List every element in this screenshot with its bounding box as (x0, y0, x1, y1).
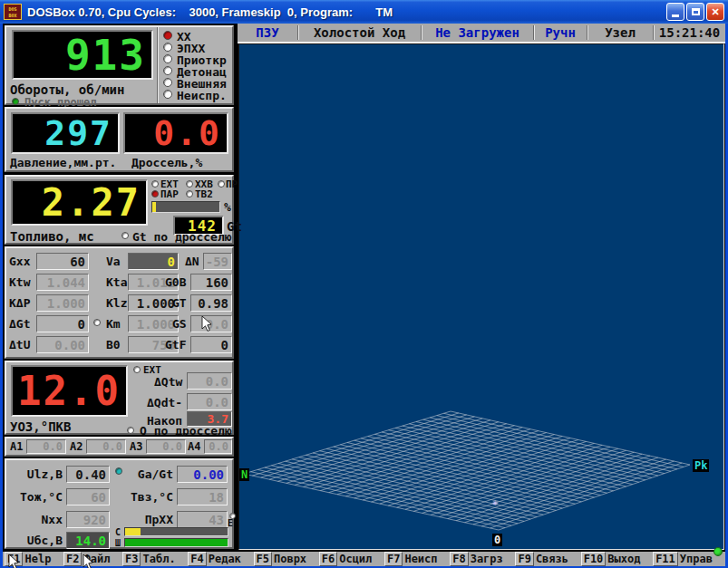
fuel-percent-label: % (224, 200, 231, 214)
param-label-gt: GT (172, 296, 187, 310)
mesh-cursor-marker: ✳ (492, 497, 498, 507)
dosbox-icon: DOSBOX (4, 4, 22, 20)
uoz-display: 12.0 (11, 365, 128, 417)
uoz-label: УОЗ,°ПКВ (10, 419, 71, 434)
tvz-field[interactable]: 18 (177, 488, 228, 505)
fuel-radio-tv2[interactable] (186, 190, 193, 197)
dqdt-label: ΔQdt- (147, 396, 182, 409)
fuel-radio-pr[interactable] (218, 180, 225, 188)
axis-label-n: N (239, 468, 249, 481)
minimize-button[interactable] (666, 3, 684, 21)
rpm-display: 913 (12, 30, 153, 80)
gagt-field[interactable]: 0.00 (177, 466, 228, 483)
title-bar[interactable]: DOSBOX DOSBox 0.70, Cpu Cycles: 3000, Fr… (0, 0, 728, 24)
dqtw-field[interactable]: 0.0 (187, 372, 232, 390)
clock: 15:21:40 (654, 25, 725, 40)
param-field-dgt[interactable]: 0 (36, 315, 89, 332)
fkey-f5[interactable]: F5Поврх (254, 552, 307, 566)
ulz-led (115, 467, 122, 475)
fkey-f10[interactable]: F10Выход (581, 552, 641, 566)
a3-field[interactable]: 0.0 (146, 439, 186, 454)
fkey-f6[interactable]: F6Осцил (319, 552, 373, 566)
fuel-panel: 2.27 ЕХТ ХХВ ПР ПАР ТВ2 % 142 Gt Топливо… (5, 175, 234, 245)
prxx-label: ПрХХ (128, 513, 173, 526)
ubs-field[interactable]: 14.0 (66, 532, 110, 549)
mode-radio-epxx[interactable] (163, 43, 172, 52)
param-field-klz[interactable]: 1.000 (128, 294, 179, 312)
param-field-dtu[interactable]: 0.00 (36, 336, 89, 353)
mode-radio-neispr[interactable] (163, 90, 172, 99)
param-field-g0b[interactable]: 160 (190, 274, 232, 291)
fuel-label: Топливо, мс (10, 229, 94, 244)
param-field-gtf[interactable]: 0 (190, 336, 232, 353)
q-by-throttle-radio[interactable] (127, 427, 134, 434)
param-field-ktw[interactable]: 1.044 (36, 274, 89, 291)
param-field-dn[interactable]: -59 (203, 253, 232, 270)
prxx-field[interactable]: 43 (177, 511, 228, 528)
function-key-bar: F1Help F2Файл F3Табл. F4Редак F5Поврх F6… (3, 552, 725, 566)
start-ok-led (12, 98, 19, 105)
c-bar (124, 527, 228, 536)
a2-field[interactable]: 0.0 (86, 439, 126, 454)
mode-radio-priotkr[interactable] (163, 54, 172, 63)
param-label-gtf: GtF (165, 338, 186, 351)
fuel-radio-ext[interactable] (151, 180, 159, 188)
param-label-klz: Klz (106, 296, 127, 310)
fkey-f9[interactable]: F9Связь (515, 552, 568, 566)
param-label-g0b: G0B (165, 275, 186, 289)
tozh-label: Тож,°С (15, 490, 63, 504)
mode-radio-vneshnyaya[interactable] (163, 78, 172, 87)
status-pzu[interactable]: ПЗУ (238, 25, 297, 40)
status-not-loaded[interactable]: Не Загружен (422, 25, 533, 40)
sh-bar-label: Ш (115, 538, 121, 548)
dgt-radio[interactable] (93, 319, 101, 326)
param-grid-panel: Gxx 60 Va 0 ΔN -59 Ktw 1.044 Kta 1.011 G… (5, 246, 234, 359)
fkey-f7[interactable]: F7Неисп (384, 552, 438, 566)
nxx-label: Nxx (15, 513, 63, 526)
fuel-radio-par-label: ПАР (160, 188, 179, 200)
nxx-field[interactable]: 920 (66, 511, 110, 528)
param-field-kdp[interactable]: 1.000 (36, 294, 89, 312)
status-idle-mode[interactable]: Холостой Ход (298, 25, 421, 40)
param-field-gt[interactable]: 0.98 (190, 294, 232, 312)
mode-radio-xx[interactable] (163, 31, 172, 40)
status-bar: ПЗУ Холостой Ход Не Загружен Ручн Узел 1… (238, 24, 725, 43)
surface-plot-area[interactable]: N Pk 0 ✳ (238, 43, 724, 550)
tozh-field[interactable]: 60 (66, 488, 110, 505)
a3-label: A3 (130, 440, 142, 453)
param-field-km[interactable]: 1.000 (128, 315, 179, 332)
c-bar-label: С (115, 527, 121, 537)
mode-radio-detonac[interactable] (163, 66, 172, 75)
status-manual[interactable]: Ручн (534, 25, 587, 40)
throttle-label: Дроссель,% (131, 156, 202, 169)
pressure-throttle-panel: 297 0.0 Давление,мм.рт. Дроссель,% (5, 107, 234, 172)
fkey-f3[interactable]: F3Табл. (122, 552, 176, 566)
pressure-label: Давление,мм.рт. (10, 156, 116, 169)
q-by-throttle-label: Q по дросселю (140, 424, 232, 438)
adc-row-panel: A1 0.0 A2 0.0 A3 0.0 A4 0.0 (5, 437, 234, 457)
ulz-field[interactable]: 0.40 (66, 466, 110, 483)
window-title: DOSBox 0.70, Cpu Cycles: 3000, Frameskip… (27, 5, 665, 19)
divider (157, 27, 158, 103)
fuel-radio-par[interactable] (151, 190, 159, 197)
uoz-panel: 12.0 УОЗ,°ПКВ ЕХТ ΔQtw 0.0 ΔQdt- 0.0 Нак… (5, 361, 234, 435)
maximize-button[interactable] (686, 3, 704, 21)
fkey-f11[interactable]: F11Управ (653, 552, 713, 566)
fkey-f8[interactable]: F8Загрз (450, 552, 503, 566)
fuel-radio-pr-label: ПР (226, 178, 238, 190)
a4-field[interactable]: 0.0 (204, 439, 232, 454)
uoz-ext-radio[interactable] (133, 366, 141, 373)
param-field-gxx[interactable]: 60 (36, 253, 89, 270)
fkey-f4[interactable]: F4Редак (188, 552, 241, 566)
ulz-label: Ulz,B (15, 467, 63, 481)
a1-field[interactable]: 0.0 (26, 439, 66, 454)
a2-label: A2 (70, 440, 83, 453)
param-label-b0: B0 (106, 338, 121, 351)
gt-by-throttle-radio[interactable] (121, 232, 129, 239)
param-label-va: Va (106, 255, 121, 268)
param-field-va[interactable]: 0 (128, 253, 179, 270)
status-node[interactable]: Узел (587, 25, 653, 40)
fuel-radio-xxb[interactable] (186, 180, 193, 188)
close-button[interactable]: ✕ (706, 3, 724, 21)
dqdt-field[interactable]: 0.0 (187, 393, 232, 410)
